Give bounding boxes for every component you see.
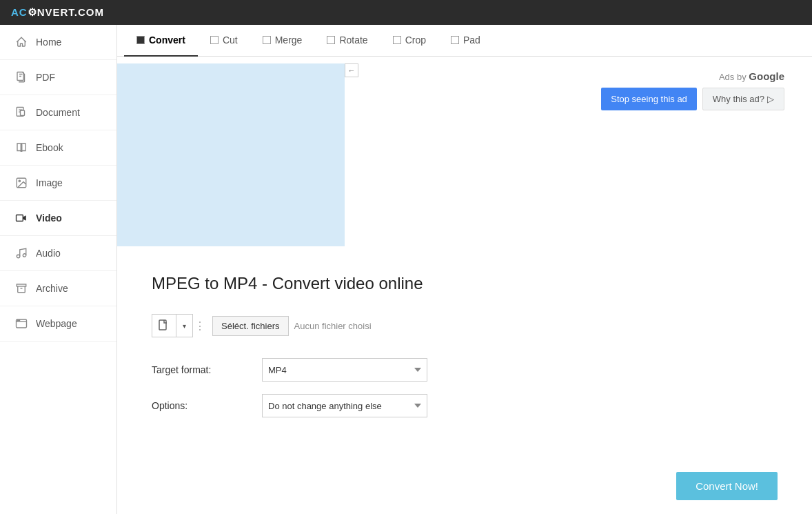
tab-rotate-checkbox	[327, 36, 335, 44]
ebook-icon	[14, 140, 29, 155]
sidebar: Home PDF Document	[0, 25, 117, 514]
image-icon	[14, 175, 29, 190]
sidebar-label-ebook: Ebook	[36, 142, 63, 153]
dots-separator: ⋮	[193, 314, 207, 337]
ad-banner	[117, 63, 345, 246]
options-row: Options: Do not change anything else Cus…	[152, 394, 778, 417]
tab-bar: Convert Cut Merge Rotate Crop Pad	[117, 25, 812, 57]
sidebar-item-document[interactable]: Document	[0, 95, 116, 130]
file-upload-row: ▾ ⋮ Séléct. fichiers Aucun fichier chois…	[152, 314, 778, 337]
no-file-chosen-text: Aucun fichier choisi	[294, 321, 372, 331]
sidebar-label-webpage: Webpage	[36, 318, 77, 329]
convert-now-row: Convert Now!	[117, 458, 812, 514]
tab-crop-label: Crop	[405, 34, 426, 46]
tab-pad-checkbox	[451, 36, 459, 44]
target-format-select[interactable]: MP4 AVI MKV MOV WMV FLV	[262, 358, 427, 382]
file-dropdown-button[interactable]: ▾	[176, 314, 193, 337]
sidebar-label-home: Home	[36, 37, 61, 48]
ad-side-panel: Ads by Google Stop seeing this ad Why th…	[358, 63, 812, 246]
sidebar-label-pdf: PDF	[36, 72, 55, 83]
main-content: Convert Cut Merge Rotate Crop Pad	[117, 25, 812, 514]
sidebar-label-document: Document	[36, 107, 80, 118]
sidebar-item-webpage[interactable]: Webpage	[0, 306, 116, 342]
top-bar: AC⚙NVERT.COM	[0, 0, 812, 25]
sidebar-item-audio[interactable]: Audio	[0, 236, 116, 271]
sidebar-label-archive: Archive	[36, 283, 68, 294]
pdf-icon	[14, 70, 29, 85]
tab-cut-checkbox	[210, 36, 219, 44]
archive-icon	[14, 281, 29, 296]
tab-rotate-label: Rotate	[339, 34, 367, 46]
sidebar-item-video[interactable]: Video	[0, 201, 116, 236]
why-ad-label: Why this ad?	[713, 94, 764, 104]
sidebar-item-ebook[interactable]: Ebook	[0, 130, 116, 166]
tab-convert-checkbox	[136, 36, 145, 44]
document-icon	[14, 105, 29, 120]
ad-action-buttons: Stop seeing this ad Why this ad? ▷	[601, 88, 784, 110]
svg-rect-8	[17, 284, 26, 286]
tab-cut-label: Cut	[223, 34, 238, 46]
sidebar-item-image[interactable]: Image	[0, 166, 116, 201]
svg-rect-5	[17, 215, 23, 221]
content-area: MPEG to MP4 - Convert video online ▾ ⋮ S…	[117, 253, 812, 458]
logo: AC⚙NVERT.COM	[11, 6, 104, 19]
svg-point-10	[17, 320, 18, 321]
video-icon	[14, 210, 29, 226]
layout: Home PDF Document	[0, 25, 812, 514]
home-icon	[14, 34, 29, 50]
webpage-icon	[14, 316, 29, 331]
sidebar-label-image: Image	[36, 177, 63, 188]
svg-point-11	[19, 320, 19, 321]
tab-crop[interactable]: Crop	[380, 25, 438, 57]
target-format-label: Target format:	[152, 364, 262, 375]
dropdown-arrow-icon: ▾	[183, 322, 186, 330]
page-title: MPEG to MP4 - Convert video online	[152, 274, 778, 293]
options-label: Options:	[152, 400, 262, 411]
sidebar-label-audio: Audio	[36, 248, 61, 259]
stop-ad-button[interactable]: Stop seeing this ad	[601, 88, 697, 110]
why-ad-button[interactable]: Why this ad? ▷	[702, 88, 784, 110]
tab-crop-checkbox	[393, 36, 401, 44]
convert-now-button[interactable]: Convert Now!	[676, 472, 778, 500]
tab-convert-label: Convert	[149, 34, 185, 46]
tab-merge[interactable]: Merge	[250, 25, 315, 57]
svg-rect-12	[159, 320, 166, 330]
svg-point-4	[19, 180, 20, 181]
tab-convert[interactable]: Convert	[124, 25, 198, 57]
svg-rect-2	[21, 110, 25, 116]
sidebar-item-home[interactable]: Home	[0, 25, 116, 60]
sidebar-label-video: Video	[36, 212, 62, 224]
audio-icon	[14, 246, 29, 261]
ad-area: ← Ads by Google Stop seeing this ad Why …	[117, 57, 812, 253]
target-format-row: Target format: MP4 AVI MKV MOV WMV FLV	[152, 358, 778, 382]
tab-merge-checkbox	[263, 36, 271, 44]
options-select[interactable]: Do not change anything else Custom setti…	[262, 394, 427, 417]
sidebar-item-archive[interactable]: Archive	[0, 271, 116, 306]
tab-pad-label: Pad	[463, 34, 480, 46]
sidebar-item-pdf[interactable]: PDF	[0, 60, 116, 95]
select-files-button[interactable]: Séléct. fichiers	[212, 316, 289, 336]
tab-cut[interactable]: Cut	[198, 25, 250, 57]
why-ad-icon: ▷	[767, 94, 774, 104]
svg-point-7	[23, 254, 26, 257]
svg-point-6	[17, 255, 20, 258]
tab-pad[interactable]: Pad	[438, 25, 493, 57]
ads-by-google-label: Ads by Google	[719, 70, 784, 82]
file-doc-button[interactable]	[152, 314, 176, 337]
ad-collapse-button[interactable]: ←	[345, 63, 358, 77]
tab-rotate[interactable]: Rotate	[314, 25, 380, 57]
tab-merge-label: Merge	[275, 34, 303, 46]
